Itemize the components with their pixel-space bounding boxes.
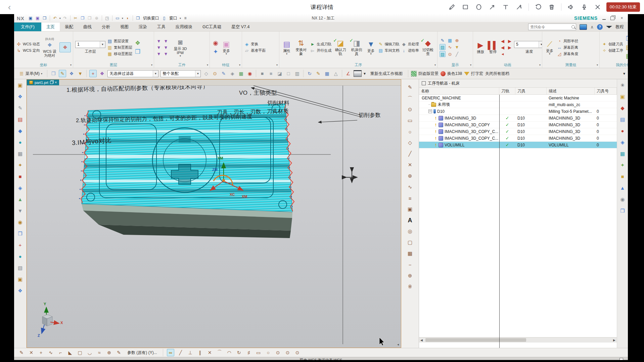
selection-bar-overflow-icon[interactable]: ▾ (623, 71, 625, 76)
ribbon-icon-button[interactable]: ▤ (625, 44, 628, 51)
selection-bar-icon[interactable]: ▼ (77, 70, 84, 77)
ribbon-big-button[interactable]: (0,0,0)⌖WCS 设为绝对 (42, 37, 58, 58)
ribbon-big-button[interactable]: ▶播放 (475, 41, 486, 54)
snap-icon[interactable]: ♯ (245, 349, 252, 356)
scroll-thumb[interactable] (425, 338, 526, 342)
ribbon-big-button[interactable]: ⇅变换对象 (294, 39, 308, 56)
typing-macro-button[interactable]: 打字宏 (464, 71, 483, 77)
snap-icon[interactable]: ◠ (226, 349, 233, 356)
left-resource-icon[interactable]: ❒ (16, 230, 24, 237)
snap-icon[interactable]: + (38, 349, 44, 356)
selection-bar-icon[interactable]: ✎ (315, 70, 322, 77)
nav-row[interactable]: !IMACHINING_3D_COPY_C...✓D10IMACHINING_3… (419, 135, 617, 142)
tab-渲染[interactable]: 渲染 (134, 22, 152, 31)
tab-file[interactable]: 文件(F) (14, 22, 41, 31)
selection-bar-icon[interactable]: ❒ (50, 70, 57, 77)
ribbon-big-button[interactable]: ◆✓过切检查 (421, 39, 435, 56)
right-resource-icon[interactable]: ◉ (619, 195, 627, 203)
undo-icon[interactable]: ↶ (52, 15, 58, 21)
ribbon-icon-button[interactable]: ✎ (440, 38, 445, 43)
sketch-tool-icon[interactable]: ⌒ (406, 95, 414, 102)
tab-星空 V7.4[interactable]: 星空 V7.4 (226, 22, 255, 31)
nav-row[interactable]: !VOLUMILL✓D10VOLUMILL0 (419, 142, 617, 148)
ribbon-icon-button[interactable]: ⊕ (454, 38, 460, 43)
left-resource-icon[interactable]: ◆ (16, 127, 24, 135)
snap-icon[interactable]: ✕ (28, 349, 35, 356)
sketch-tool-icon[interactable]: ≡ (406, 195, 414, 201)
ribbon-icon-button[interactable]: ❒ (625, 35, 628, 42)
close-icon[interactable] (594, 3, 602, 11)
ribbon-button[interactable]: ►生成刀轨 (310, 42, 331, 47)
restore-button[interactable] (610, 16, 614, 20)
ribbon-button[interactable]: ▻并行生成 (310, 48, 331, 53)
selection-scope-combobox[interactable]: 整个装配▼ (160, 70, 201, 77)
selection-bar-icon[interactable]: ✎ (220, 70, 227, 77)
snap-icon[interactable]: ∿ (47, 349, 54, 356)
ribbon-icon-button[interactable]: ▶ (507, 45, 512, 50)
tab-restore-icon[interactable] (50, 81, 53, 84)
sketch-tool-icon[interactable]: ▦ (406, 250, 414, 257)
snap-icon[interactable]: ⊥ (187, 349, 194, 356)
left-resource-icon[interactable]: ▤ (16, 116, 24, 123)
ribbon-big-button[interactable]: ▌▌暂停 (488, 41, 498, 54)
tab-分析[interactable]: 分析 (97, 22, 115, 31)
ribbon-button[interactable]: ↳WCS 定向 (16, 48, 40, 53)
snap-icon[interactable]: ▢ (77, 349, 83, 356)
ribbon-icon-button[interactable]: ╱ (454, 51, 460, 57)
snap-icon[interactable]: ⊕ (106, 349, 112, 356)
sketch-tool-icon[interactable]: ⊕ (406, 173, 414, 179)
tab-close-icon[interactable]: × (55, 81, 57, 84)
text-icon[interactable] (502, 3, 510, 11)
group-dialog-launcher[interactable]: ▾ (151, 63, 152, 66)
laser-icon[interactable] (515, 3, 523, 11)
ribbon-big-button[interactable]: ▼更多▾ (366, 40, 376, 55)
snap-icon[interactable]: ▭ (255, 349, 262, 356)
ribbon-button[interactable]: ↓进给率 (401, 48, 419, 53)
column-header[interactable]: 刀具号 (595, 88, 617, 94)
ribbon-icon-button[interactable]: ◀ (500, 38, 505, 44)
nav-row[interactable]: !IMACHINING_3D_COPY_C...✓D10IMACHINING_3… (419, 128, 617, 135)
ribbon-big-button[interactable]: ⌖ (59, 42, 71, 52)
mic-icon[interactable] (580, 3, 588, 11)
ribbon-button[interactable]: ▥复制至图层 (107, 45, 132, 50)
left-resource-icon[interactable]: ▦ (16, 150, 24, 157)
view-window-icon[interactable]: ▭ (115, 15, 120, 21)
ribbon-button[interactable]: ◔局部半径 (557, 38, 578, 44)
pencil-icon[interactable] (448, 3, 456, 11)
sketch-tool-icon[interactable]: ╱ (406, 150, 414, 157)
field-combobox[interactable]: 5▼ (514, 41, 542, 48)
view-dropdown[interactable]: ▾ (122, 17, 123, 20)
tab-装配[interactable]: 装配 (60, 22, 78, 31)
sketch-tool-icon[interactable]: ✕ (406, 162, 414, 168)
dropdown-arrow-icon[interactable]: ▼ (100, 41, 105, 48)
ribbon-button[interactable]: ✣WCS 动态 (16, 42, 40, 47)
right-resource-icon[interactable]: ▤ (619, 116, 627, 123)
sketch-tool-icon[interactable]: ※ (406, 283, 414, 290)
nav-row[interactable]: !IMACHINING_3D✓D10IMACHINING_3D0 (419, 115, 617, 122)
ribbon-button[interactable]: ✦创建刀具 (602, 42, 623, 47)
left-resource-icon[interactable]: ❖ (16, 287, 24, 295)
ribbon-icon-button[interactable]: ▨ (440, 44, 446, 50)
menu-button[interactable]: ☰菜单(M)▾ (17, 70, 44, 77)
sketch-tool-icon[interactable]: ∿ (406, 184, 414, 190)
snap-icon[interactable]: ⌐ (57, 349, 64, 356)
sketch-tool-icon[interactable]: ▭ (406, 117, 414, 124)
brush-icon[interactable]: ◗ (125, 15, 130, 21)
left-resource-icon[interactable]: ◉ (16, 218, 24, 226)
navigator-hscrollbar[interactable]: ◀ ▶ (419, 337, 617, 343)
left-resource-icon[interactable]: ● (16, 138, 24, 146)
left-resource-icon[interactable]: ▲ (16, 195, 24, 203)
chain-link-icon[interactable]: ∞ (167, 349, 174, 356)
selection-bar-icon[interactable]: ⊙ (212, 70, 218, 77)
expander-icon[interactable] (428, 109, 432, 113)
ribbon-icon-button[interactable]: ∿ (447, 44, 453, 50)
nav-row[interactable]: !IMACHINING_3D_COPY✓D10IMACHINING_3D0 (419, 122, 617, 128)
left-resource-icon[interactable]: ▧ (16, 264, 24, 272)
dropdown-arrow-icon[interactable]: ▼ (153, 71, 158, 77)
left-resource-icon[interactable]: + (16, 241, 24, 249)
group-dialog-launcher[interactable]: ▾ (239, 63, 240, 66)
selection-bar-icon[interactable]: ❖ (68, 70, 75, 77)
right-resource-icon[interactable]: ◆ (619, 104, 627, 112)
ribbon-big-button[interactable]: ◪✓确认刀轨 (333, 39, 348, 56)
tab-应用模块[interactable]: 应用模块 (171, 22, 197, 31)
